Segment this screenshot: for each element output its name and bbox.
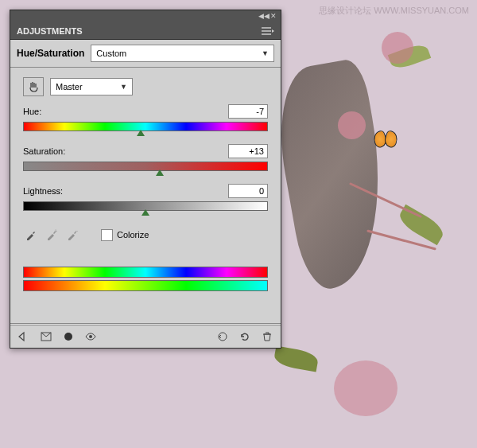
hue-slider-thumb[interactable] — [137, 130, 145, 136]
lightness-group: Lightness: — [10, 179, 281, 219]
spectrum-bar-top — [23, 267, 268, 278]
background-artwork — [278, 0, 477, 448]
lightness-input[interactable] — [228, 184, 268, 198]
svg-text:+: + — [54, 228, 57, 234]
saturation-label: Saturation: — [23, 146, 65, 156]
svg-text:−: − — [75, 228, 78, 234]
panel-title: ADJUSTMENTS — [17, 26, 83, 36]
adjustments-panel: ◀◀ ✕ ADJUSTMENTS Hue/Saturation Custom ▼… — [10, 10, 281, 349]
hue-label: Hue: — [23, 107, 41, 116]
colorize-checkbox[interactable] — [101, 229, 113, 241]
chevron-down-icon: ▼ — [262, 49, 269, 57]
saturation-group: Saturation: — [10, 139, 281, 179]
range-value: Master — [56, 82, 83, 92]
saturation-slider[interactable] — [23, 162, 268, 169]
hue-slider[interactable] — [23, 122, 268, 130]
colorize-option: Colorize — [101, 229, 149, 241]
spectrum-bar-bottom — [23, 280, 268, 291]
eyedropper-add-icon[interactable]: + — [44, 227, 60, 243]
hue-input[interactable] — [228, 104, 268, 119]
expand-view-icon[interactable] — [39, 330, 53, 343]
svg-point-3 — [64, 333, 72, 341]
range-select[interactable]: Master ▼ — [50, 78, 133, 95]
butterfly-graphic — [374, 131, 398, 149]
clip-to-layer-icon[interactable] — [61, 330, 76, 343]
tools-row: + − Colorize — [10, 219, 281, 251]
watermark-text: 思缘设计论坛 WWW.MISSYUAN.COM — [319, 5, 469, 17]
panel-topbar: ◀◀ ✕ — [10, 10, 281, 23]
collapse-icon[interactable]: ◀◀ — [258, 13, 266, 21]
lightness-label: Lightness: — [23, 186, 63, 196]
panel-footer — [10, 325, 281, 348]
saturation-slider-thumb[interactable] — [156, 169, 164, 176]
flyout-menu-icon[interactable] — [262, 27, 274, 35]
close-icon[interactable]: ✕ — [270, 13, 277, 21]
preset-value: Custom — [96, 49, 126, 58]
back-arrow-icon[interactable] — [17, 330, 31, 343]
eyedropper-icon[interactable] — [23, 227, 39, 243]
adjustment-type-row: Hue/Saturation Custom ▼ — [10, 40, 281, 68]
svg-point-4 — [89, 335, 92, 338]
panel-body: Hue/Saturation Custom ▼ Master ▼ Hue: — [10, 40, 281, 348]
lightness-slider-thumb[interactable] — [142, 209, 149, 216]
trash-icon[interactable] — [260, 330, 274, 343]
previous-state-icon[interactable] — [215, 330, 230, 343]
adjustment-type-label: Hue/Saturation — [17, 48, 84, 59]
panel-tab-header: ADJUSTMENTS — [10, 23, 281, 40]
chevron-down-icon: ▼ — [120, 83, 127, 91]
range-row: Master ▼ — [10, 68, 281, 99]
hue-group: Hue: — [10, 99, 281, 139]
colorize-label: Colorize — [117, 230, 149, 240]
eyedropper-subtract-icon[interactable]: − — [64, 227, 80, 243]
spectrum-preview — [10, 251, 281, 323]
visibility-icon[interactable] — [83, 330, 98, 343]
preset-select[interactable]: Custom ▼ — [91, 45, 274, 62]
saturation-input[interactable] — [228, 144, 268, 158]
targeted-adjustment-icon[interactable] — [23, 77, 44, 96]
reset-icon[interactable] — [238, 330, 252, 343]
lightness-slider[interactable] — [23, 201, 268, 209]
